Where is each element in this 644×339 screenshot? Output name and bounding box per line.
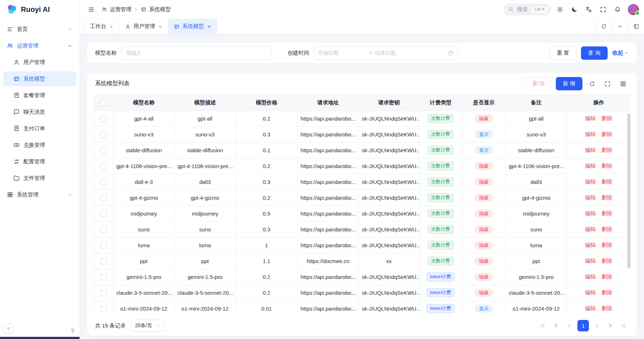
sidebar-item-chat-messages[interactable]: 聊天消息 [3,104,76,119]
sidebar-item-user-management[interactable]: 用户管理 [3,55,76,70]
edit-link[interactable]: 编辑 [585,305,596,311]
tab-menu-button[interactable] [612,19,628,34]
sidebar-item-file-management[interactable]: 文件管理 [3,171,76,186]
row-checkbox[interactable] [100,290,107,296]
global-search[interactable]: 搜索 Ctrl K [503,4,551,15]
close-icon[interactable]: × [158,23,163,30]
row-checkbox[interactable] [100,211,107,217]
add-button[interactable]: 新 增 [556,77,582,90]
settings-button[interactable] [554,3,566,15]
column-settings-button[interactable] [617,78,629,90]
select-all-checkbox[interactable] [100,100,107,106]
sidebar-item-system-management[interactable]: 系统管理 [3,187,76,202]
edit-link[interactable]: 编辑 [585,226,596,232]
row-checkbox[interactable] [100,148,107,154]
row-checkbox[interactable] [100,243,107,249]
delete-link[interactable]: 删除 [602,131,612,137]
delete-link[interactable]: 删除 [602,210,612,216]
close-icon[interactable]: × [109,23,114,30]
cell-request-key: sk-JIUQLNndqSeKWU... [359,301,419,316]
cell-remark: luma [506,238,567,253]
edit-link[interactable]: 编辑 [585,163,596,169]
breadcrumb-item-system-model[interactable]: 系统模型 [141,6,171,13]
delete-link[interactable]: 删除 [602,163,612,169]
cell-model-name: o1-mini-2024-09-12 [113,301,175,316]
refresh-table-button[interactable] [586,78,598,90]
model-name-input[interactable] [121,46,271,60]
layout-button[interactable] [628,19,644,34]
edit-link[interactable]: 编辑 [585,178,596,185]
collapse-panel-fab[interactable] [4,324,13,333]
next-page-button[interactable] [591,320,602,331]
breadcrumb-item-operations[interactable]: 运营管理 [102,6,131,13]
row-checkbox[interactable] [100,258,107,265]
edit-link[interactable]: 编辑 [585,115,596,121]
row-checkbox[interactable] [100,306,107,312]
refresh-tab-button[interactable] [595,19,612,34]
bell-button[interactable] [611,3,623,15]
delete-link[interactable]: 删除 [602,226,612,232]
close-icon[interactable]: × [207,23,212,30]
fullscreen-button[interactable] [597,3,609,15]
row-checkbox[interactable] [100,274,107,280]
row-checkbox[interactable] [100,227,107,233]
app-logo[interactable]: Ruoyi AI [0,0,80,19]
moon-button[interactable] [568,3,580,15]
sidebar-item-payment-orders[interactable]: 支付订单 [3,121,76,136]
edit-link[interactable]: 编辑 [585,258,596,264]
delete-link[interactable]: 删除 [602,194,612,200]
row-checkbox[interactable] [100,163,107,170]
row-checkbox[interactable] [100,116,107,122]
last-page-button[interactable] [618,320,629,331]
edit-link[interactable]: 编辑 [585,131,596,137]
edit-link[interactable]: 编辑 [585,194,596,200]
collapse-filter-link[interactable]: 收起 [612,50,629,56]
next-5-pages-button[interactable] [605,320,616,331]
delete-link[interactable]: 删除 [602,289,612,295]
delete-link[interactable]: 删除 [602,242,612,248]
fullscreen-table-button[interactable] [602,78,613,90]
edit-link[interactable]: 编辑 [585,289,596,295]
sidebar-item-label: 运营管理 [17,42,64,49]
sidebar-item-package-management[interactable]: 套餐管理 [3,88,76,103]
edit-link[interactable]: 编辑 [585,242,596,248]
cell-request-key: xx [359,253,419,269]
tab-用户管理[interactable]: 用户管理× [120,19,168,34]
prev-5-pages-button[interactable] [551,320,562,331]
page-size-select[interactable]: 20条/页 [131,320,164,332]
delete-link[interactable]: 删除 [602,274,612,280]
table-scrollbar[interactable] [627,113,630,268]
row-checkbox[interactable] [100,179,107,185]
delete-link[interactable]: 删除 [602,147,612,153]
sidebar-item-config-management[interactable]: 配置管理 [3,154,76,169]
row-checkbox[interactable] [100,195,107,201]
first-page-button[interactable] [537,320,548,331]
collapse-sidebar-button[interactable] [85,3,97,15]
delete-link[interactable]: 删除 [602,178,612,185]
sidebar-item-exchange-management[interactable]: 兑换管理 [3,137,76,153]
delete-button[interactable]: 删 除 [526,77,552,90]
sidebar: Ruoyi AI 首页运营管理用户管理系统模型套餐管理聊天消息支付订单兑换管理配… [0,0,80,339]
translate-button[interactable] [582,3,595,15]
query-button[interactable]: 查 询 [581,46,608,60]
current-page-button[interactable]: 1 [577,320,589,331]
sidebar-item-system-model[interactable]: 系统模型 [3,71,76,86]
avatar[interactable] [628,4,639,15]
date-range-picker[interactable] [314,46,458,60]
delete-link[interactable]: 删除 [602,115,612,121]
sidebar-item-home[interactable]: 首页 [3,22,76,37]
end-date-input[interactable] [375,50,422,56]
tab-工作台[interactable]: 工作台× [84,19,120,34]
sidebar-item-operations[interactable]: 运营管理 [3,38,76,53]
reset-button[interactable]: 重 置 [550,46,576,60]
delete-link[interactable]: 删除 [602,305,612,311]
prev-page-button[interactable] [564,320,575,331]
edit-link[interactable]: 编辑 [585,210,596,216]
edit-link[interactable]: 编辑 [585,274,596,280]
delete-link[interactable]: 删除 [602,258,612,264]
edit-link[interactable]: 编辑 [585,147,596,153]
row-checkbox[interactable] [100,132,107,138]
tab-系统模型[interactable]: 系统模型× [168,19,217,34]
start-date-input[interactable] [318,50,365,56]
pin-icon[interactable] [69,327,76,334]
